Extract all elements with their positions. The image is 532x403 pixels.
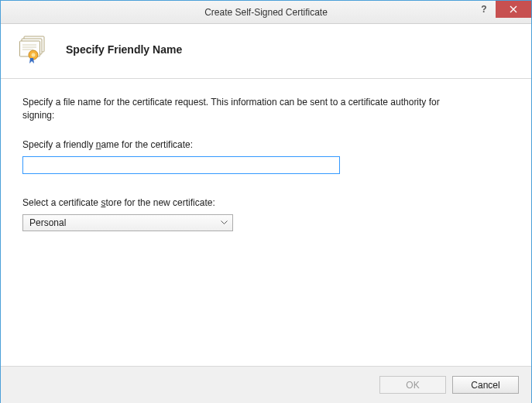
certificate-icon bbox=[19, 35, 52, 64]
intro-text: Specify a file name for the certificate … bbox=[22, 96, 456, 122]
window-title: Create Self-Signed Certificate bbox=[1, 7, 531, 18]
cancel-button[interactable]: Cancel bbox=[452, 376, 519, 394]
close-icon bbox=[510, 5, 517, 13]
friendly-name-label: Specify a friendly name for the certific… bbox=[22, 139, 510, 150]
page-heading: Specify Friendly Name bbox=[66, 43, 182, 56]
svg-point-7 bbox=[32, 53, 36, 57]
ok-button[interactable]: OK bbox=[379, 376, 446, 394]
help-button[interactable]: ? bbox=[472, 1, 496, 18]
close-button[interactable] bbox=[496, 1, 531, 18]
dialog-content: Specify a file name for the certificate … bbox=[1, 79, 531, 248]
titlebar-controls: ? bbox=[472, 1, 531, 18]
friendly-name-input[interactable] bbox=[22, 156, 340, 174]
dialog-header: Specify Friendly Name bbox=[1, 24, 531, 79]
titlebar: Create Self-Signed Certificate ? bbox=[1, 1, 531, 24]
cert-store-selected-value: Personal bbox=[29, 217, 66, 228]
dialog-footer: OK Cancel bbox=[1, 366, 531, 403]
chevron-down-icon bbox=[221, 220, 228, 225]
cert-store-label: Select a certificate store for the new c… bbox=[22, 197, 510, 208]
cert-store-select[interactable]: Personal bbox=[22, 214, 233, 231]
